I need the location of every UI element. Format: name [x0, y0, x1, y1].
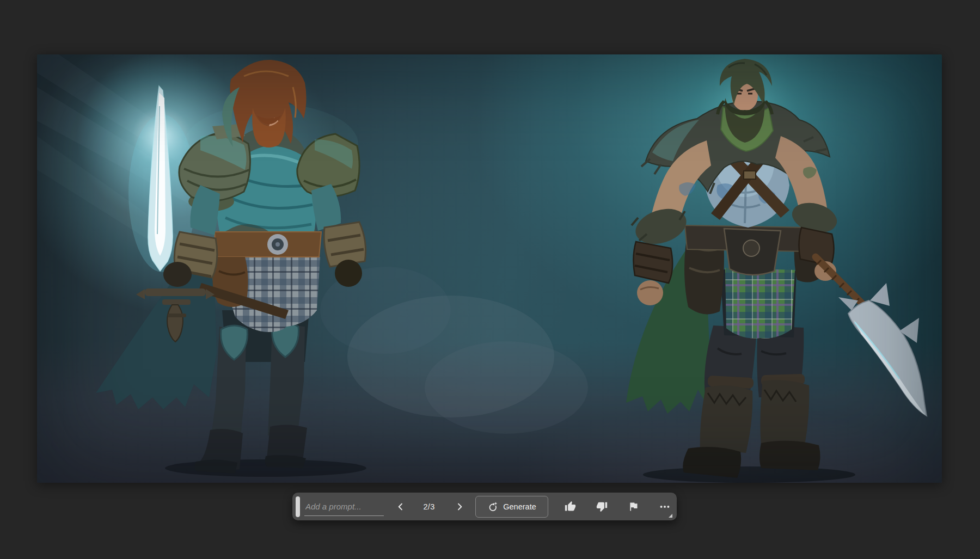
- more-options-icon: [659, 501, 671, 513]
- next-variation-button[interactable]: [451, 497, 468, 517]
- chevron-right-icon: [455, 502, 464, 511]
- variation-pagination: 2/3: [416, 502, 442, 511]
- generated-image-canvas[interactable]: [37, 54, 942, 483]
- generate-label: Generate: [503, 502, 536, 511]
- thumbs-down-icon: [596, 501, 608, 512]
- resize-corner-icon: [669, 514, 672, 518]
- right-warrior-figure: [626, 54, 927, 483]
- warriors-artwork: [37, 54, 942, 483]
- taskbar-drag-handle[interactable]: [296, 496, 300, 517]
- prompt-input[interactable]: [304, 502, 384, 511]
- chevron-left-icon: [396, 502, 405, 511]
- report-button[interactable]: [623, 497, 643, 517]
- thumbs-down-button[interactable]: [592, 497, 611, 517]
- previous-variation-button[interactable]: [393, 497, 409, 517]
- flag-icon: [628, 501, 639, 512]
- generate-button[interactable]: Generate: [475, 496, 548, 518]
- prompt-field[interactable]: [304, 497, 384, 516]
- thumbs-up-icon: [565, 501, 576, 512]
- thumbs-up-button[interactable]: [560, 497, 580, 517]
- generate-icon: [487, 501, 498, 512]
- contextual-taskbar: 2/3 Generate: [292, 493, 677, 520]
